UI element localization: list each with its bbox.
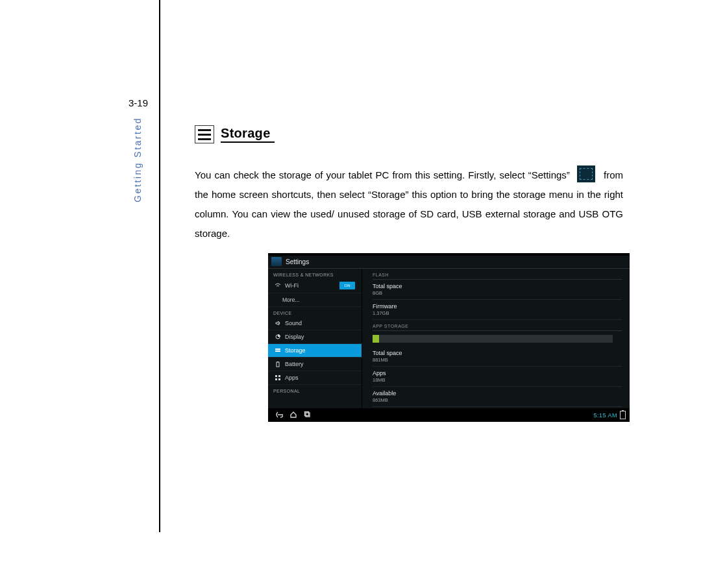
svg-rect-5 <box>275 375 277 377</box>
category-personal: PERSONAL <box>268 385 362 395</box>
kv-key: Total space <box>373 350 622 356</box>
appstorage-total-row[interactable]: Total space 881MB <box>373 347 622 367</box>
appstorage-bar-fill <box>373 335 379 343</box>
vertical-page-rule <box>159 0 160 532</box>
battery-icon <box>275 361 281 367</box>
settings-app-icon <box>577 165 595 182</box>
kv-value: 8GB <box>373 290 622 296</box>
appstorage-header: APP STORAGE <box>373 320 622 331</box>
body-paragraph: You can check the storage of your tablet… <box>195 165 623 243</box>
settings-title: Settings <box>286 258 309 265</box>
category-wireless: WIRELESS & NETWORKS <box>268 269 362 278</box>
page-number: 3-19 <box>129 98 148 108</box>
appstorage-available-row[interactable]: Available 863MB <box>373 387 622 407</box>
nav-item-label: Wi-Fi <box>285 282 299 289</box>
nav-item-sound[interactable]: Sound <box>268 317 362 330</box>
nav-item-storage[interactable]: Storage <box>268 344 362 358</box>
sound-icon <box>275 320 281 326</box>
kv-value: 1.37GB <box>373 310 622 316</box>
storage-icon <box>195 125 214 143</box>
flash-header: FLASH <box>373 269 622 280</box>
svg-rect-4 <box>277 361 278 362</box>
nav-item-label: Storage <box>285 347 306 354</box>
running-head: Getting Started <box>132 117 143 202</box>
section-title: Storage <box>221 126 275 143</box>
settings-app-launcher-icon <box>271 257 282 266</box>
nav-item-label: Battery <box>285 361 304 367</box>
display-icon <box>275 334 281 340</box>
android-settings-screenshot: Settings WIRELESS & NETWORKS Wi-Fi ON Mo… <box>268 253 630 422</box>
home-button[interactable] <box>286 411 301 420</box>
kv-key: Available <box>373 390 622 397</box>
nav-item-label: Sound <box>285 320 302 326</box>
svg-rect-1 <box>275 349 280 350</box>
storage-nav-icon <box>275 347 281 354</box>
nav-item-label: Display <box>285 334 304 340</box>
appstorage-bar <box>373 335 613 343</box>
kv-key: Firmware <box>373 303 622 310</box>
svg-rect-8 <box>278 378 280 380</box>
android-navbar: 5:15 AM <box>268 408 630 422</box>
nav-item-wifi[interactable]: Wi-Fi ON <box>268 278 362 293</box>
kv-value: 863MB <box>373 397 622 403</box>
section-heading: Storage <box>195 125 623 143</box>
appstorage-apps-row[interactable]: Apps 18MB <box>373 367 622 387</box>
nav-item-apps[interactable]: Apps <box>268 371 362 385</box>
flash-firmware-row[interactable]: Firmware 1.37GB <box>373 300 622 320</box>
wifi-toggle[interactable]: ON <box>339 282 355 289</box>
nav-item-more[interactable]: More... <box>268 293 362 307</box>
settings-right-column: FLASH Total space 8GB Firmware 1.37GB AP… <box>362 269 630 408</box>
apps-icon <box>275 374 281 381</box>
kv-value: 18MB <box>373 377 622 383</box>
body-text-part-3: the home screen shortcuts, then select “… <box>195 189 623 239</box>
nav-item-display[interactable]: Display <box>268 330 362 344</box>
svg-rect-3 <box>277 362 279 367</box>
nav-item-label: Apps <box>285 374 299 381</box>
wifi-icon <box>275 282 281 289</box>
svg-rect-2 <box>275 350 280 352</box>
svg-rect-6 <box>278 375 280 377</box>
nav-item-battery[interactable]: Battery <box>268 358 362 371</box>
body-text-part-2: from <box>604 169 623 180</box>
settings-title-bar: Settings <box>268 256 630 269</box>
body-text-part-1: You can check the storage of your tablet… <box>195 169 570 180</box>
kv-key: Total space <box>373 283 622 289</box>
status-clock: 5:15 AM <box>593 412 617 419</box>
kv-key: Apps <box>373 370 622 376</box>
flash-total-row[interactable]: Total space 8GB <box>373 280 622 300</box>
status-battery-icon <box>620 411 626 419</box>
settings-left-column: WIRELESS & NETWORKS Wi-Fi ON More... DEV… <box>268 269 362 408</box>
recent-apps-button[interactable] <box>301 411 315 420</box>
svg-rect-7 <box>275 378 277 380</box>
category-device: DEVICE <box>268 307 362 317</box>
back-button[interactable] <box>272 411 286 420</box>
kv-value: 881MB <box>373 357 622 363</box>
